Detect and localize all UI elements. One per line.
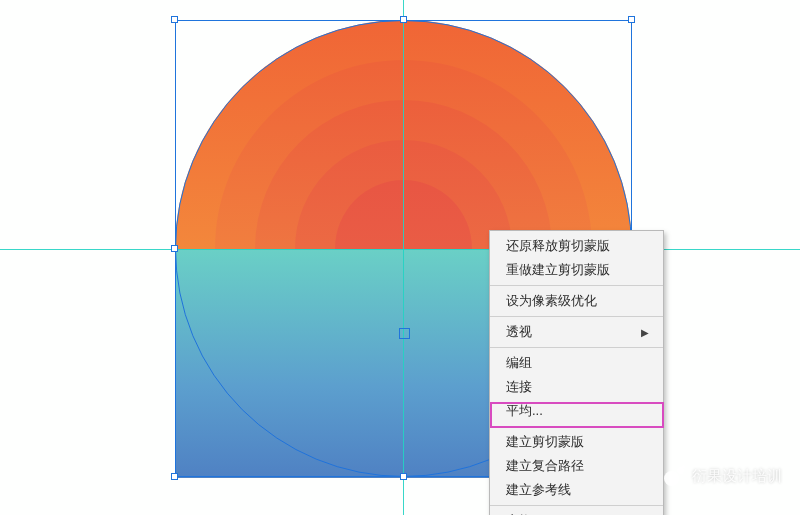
menu-separator [490,505,663,506]
watermark: 衍果设计培训 [664,465,782,487]
selection-handle-bottom-mid[interactable] [400,473,407,480]
menu-make-clipping-mask[interactable]: 建立剪切蒙版 [490,430,663,454]
menu-separator [490,285,663,286]
selection-handle-mid-left[interactable] [171,245,178,252]
menu-transform[interactable]: 变换 ▶ [490,509,663,515]
menu-average[interactable]: 平均... [490,399,663,423]
context-menu: 还原释放剪切蒙版 重做建立剪切蒙版 设为像素级优化 透视 ▶ 编组 连接 平均.… [489,230,664,515]
menu-group[interactable]: 编组 [490,351,663,375]
menu-separator [490,347,663,348]
menu-pixel-perfect[interactable]: 设为像素级优化 [490,289,663,313]
chevron-right-icon: ▶ [641,327,649,338]
design-canvas[interactable] [0,0,800,515]
selection-handle-bottom-left[interactable] [171,473,178,480]
watermark-text: 衍果设计培训 [692,467,782,486]
menu-separator [490,316,663,317]
menu-make-guides[interactable]: 建立参考线 [490,478,663,502]
weibo-icon [664,465,686,487]
menu-undo-release-clipping-mask[interactable]: 还原释放剪切蒙版 [490,234,663,258]
selection-handle-top-left[interactable] [171,16,178,23]
menu-join[interactable]: 连接 [490,375,663,399]
selection-handle-top-right[interactable] [628,16,635,23]
menu-redo-make-clipping-mask[interactable]: 重做建立剪切蒙版 [490,258,663,282]
selection-handle-top-mid[interactable] [400,16,407,23]
menu-make-compound-path[interactable]: 建立复合路径 [490,454,663,478]
menu-separator [490,426,663,427]
menu-perspective[interactable]: 透视 ▶ [490,320,663,344]
path-anchor-handle[interactable] [399,328,410,339]
